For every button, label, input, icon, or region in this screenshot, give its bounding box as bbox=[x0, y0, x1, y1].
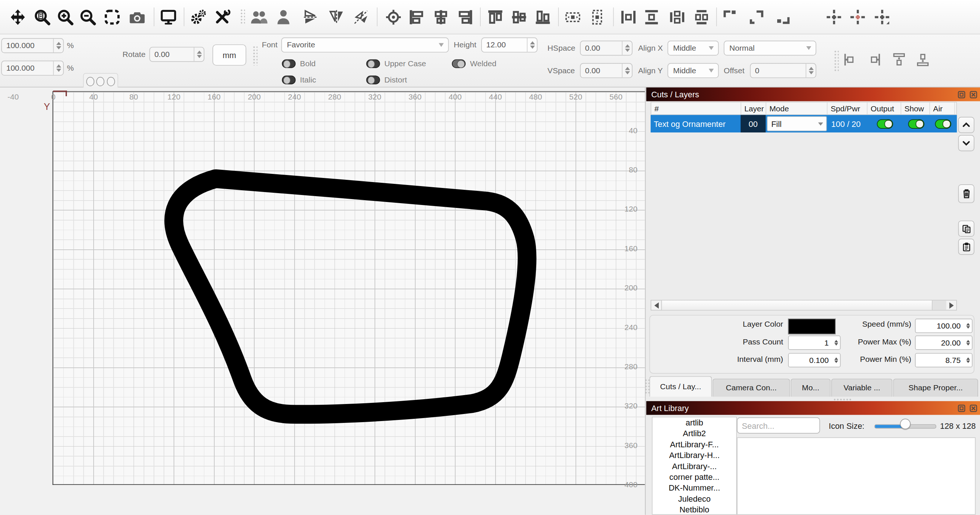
move-to-lower-right-icon[interactable] bbox=[772, 7, 792, 27]
column-header[interactable]: Mode bbox=[766, 102, 827, 114]
column-header[interactable]: Show bbox=[901, 102, 930, 114]
toolbar-drag-handle[interactable] bbox=[240, 9, 245, 25]
units-button[interactable]: mm bbox=[212, 45, 246, 65]
interval-field[interactable]: 0.100 bbox=[788, 353, 841, 367]
column-header[interactable]: Air bbox=[930, 102, 955, 114]
folder-item[interactable]: ArtLibrary-H... bbox=[652, 450, 736, 461]
folder-item[interactable]: ArtLibrary-... bbox=[652, 461, 736, 472]
tab-camera-con[interactable]: Camera Con... bbox=[713, 378, 790, 397]
settings-tools-icon[interactable] bbox=[212, 7, 232, 27]
column-header[interactable]: Output bbox=[867, 102, 901, 114]
move-laser-to-position-icon[interactable] bbox=[848, 7, 867, 27]
italic-toggle[interactable] bbox=[282, 75, 296, 84]
close-panel-icon[interactable] bbox=[969, 403, 978, 413]
spinner-arrows[interactable] bbox=[622, 41, 632, 55]
distribute-horizontal-icon[interactable] bbox=[563, 7, 582, 27]
layer-output-cell[interactable] bbox=[868, 115, 902, 132]
dock-bottom-icon[interactable] bbox=[913, 49, 932, 69]
layer-number-cell[interactable]: 00 bbox=[741, 115, 766, 132]
spinner-arrows[interactable] bbox=[194, 48, 204, 61]
scrollbar-thumb[interactable] bbox=[661, 300, 932, 310]
toolbar-drag-handle[interactable] bbox=[252, 46, 258, 65]
layer-row[interactable]: Text og Ornamenter 00 Fill 100 / 20 bbox=[651, 115, 957, 132]
align-top-icon[interactable] bbox=[485, 7, 505, 27]
layer-air-cell[interactable] bbox=[931, 115, 956, 132]
icon-size-slider-knob[interactable] bbox=[900, 418, 911, 429]
layers-hscrollbar[interactable] bbox=[651, 300, 957, 311]
layers-list-area[interactable] bbox=[651, 115, 957, 299]
distort-toggle[interactable] bbox=[366, 75, 380, 84]
column-header[interactable]: # bbox=[651, 102, 741, 114]
speed-field[interactable]: 100.00 bbox=[915, 318, 972, 333]
scrollbar-track[interactable] bbox=[932, 300, 946, 310]
scroll-left-icon[interactable] bbox=[651, 300, 661, 310]
cuts-layers-titlebar[interactable]: Cuts / Layers bbox=[646, 87, 980, 101]
dock-right-icon[interactable] bbox=[864, 49, 884, 69]
layer-color-swatch[interactable] bbox=[788, 318, 836, 334]
workspace-grid[interactable] bbox=[52, 91, 645, 485]
offset-spinner[interactable]: 0 bbox=[750, 63, 816, 78]
move-h-spacing-icon[interactable] bbox=[667, 7, 687, 27]
align-x-combo[interactable]: Middle bbox=[668, 41, 719, 56]
air-toggle[interactable] bbox=[935, 119, 951, 129]
align-left-icon[interactable] bbox=[406, 7, 426, 27]
toolbar-drag-handle[interactable] bbox=[834, 50, 839, 73]
layer-move-up-button[interactable] bbox=[958, 117, 974, 133]
font-combo[interactable]: Favorite bbox=[281, 37, 449, 52]
close-panel-icon[interactable] bbox=[969, 89, 978, 99]
tab-mo[interactable]: Mo... bbox=[791, 378, 830, 397]
frame-selection-icon[interactable] bbox=[102, 7, 122, 27]
layer-paste-button[interactable] bbox=[958, 238, 974, 255]
art-library-titlebar[interactable]: Art Library bbox=[646, 401, 980, 415]
move-to-upper-right-icon[interactable] bbox=[746, 7, 766, 27]
output-toggle[interactable] bbox=[877, 119, 893, 129]
move-v-spacing-icon[interactable] bbox=[691, 7, 711, 27]
group-icon[interactable] bbox=[249, 7, 269, 27]
mirror-across-line-icon[interactable] bbox=[350, 7, 371, 27]
hspace-spinner[interactable]: 0.00 bbox=[580, 41, 633, 56]
folder-item[interactable]: Juledeco bbox=[652, 494, 736, 504]
spinner-arrows[interactable] bbox=[806, 64, 816, 77]
flip-horizontal-icon[interactable] bbox=[326, 7, 347, 27]
align-bottom-icon[interactable] bbox=[533, 7, 552, 27]
move-to-upper-left-icon[interactable] bbox=[720, 7, 740, 27]
font-height-spinner[interactable]: 12.00 bbox=[481, 37, 538, 52]
folder-item[interactable]: DK-Nummer... bbox=[652, 482, 736, 493]
bold-toggle[interactable] bbox=[282, 59, 296, 68]
spinner-arrows[interactable] bbox=[53, 39, 63, 52]
pan-icon[interactable] bbox=[7, 7, 27, 27]
dock-left-icon[interactable] bbox=[840, 49, 860, 69]
column-header[interactable]: Layer bbox=[741, 102, 767, 114]
text-style-combo[interactable]: Normal bbox=[724, 41, 816, 56]
zoom-in-icon[interactable] bbox=[55, 7, 75, 27]
vspace-spinner[interactable]: 0.00 bbox=[580, 63, 633, 78]
column-header[interactable]: Spd/Pwr bbox=[827, 102, 867, 114]
equal-space-horizontal-icon[interactable] bbox=[618, 7, 638, 27]
layer-delete-button[interactable] bbox=[958, 184, 974, 203]
float-panel-icon[interactable] bbox=[957, 89, 966, 99]
folder-item[interactable]: artlib bbox=[652, 417, 736, 428]
art-library-search-input[interactable] bbox=[737, 417, 820, 434]
spinner-arrows[interactable] bbox=[527, 38, 537, 52]
move-to-center-icon[interactable] bbox=[824, 7, 844, 27]
tab-variable[interactable]: Variable ... bbox=[831, 378, 892, 397]
width-scale-spinner[interactable]: 100.000 bbox=[1, 38, 64, 53]
align-middle-vertical-icon[interactable] bbox=[509, 7, 529, 27]
height-scale-spinner[interactable]: 100.000 bbox=[1, 61, 64, 76]
ungroup-icon[interactable] bbox=[273, 7, 293, 27]
distribute-vertical-icon[interactable] bbox=[587, 7, 607, 27]
layer-mode-combo[interactable]: Fill bbox=[767, 116, 827, 131]
spinner-arrows[interactable] bbox=[53, 61, 63, 75]
tabbar-drag-handle[interactable] bbox=[644, 378, 649, 395]
flip-vertical-icon[interactable] bbox=[301, 7, 320, 27]
zoom-out-icon[interactable] bbox=[77, 7, 97, 27]
preview-icon[interactable] bbox=[158, 7, 178, 27]
camera-capture-icon[interactable] bbox=[127, 7, 147, 27]
upper-case-toggle[interactable] bbox=[366, 59, 380, 68]
move-to-finish-position-icon[interactable] bbox=[872, 7, 892, 27]
rotate-spinner[interactable]: 0.00 bbox=[150, 47, 205, 62]
layer-show-cell[interactable] bbox=[902, 115, 931, 132]
dock-top-icon[interactable] bbox=[889, 49, 908, 69]
device-settings-icon[interactable] bbox=[188, 7, 208, 27]
design-canvas[interactable]: -400408012016020024028032036040044048052… bbox=[0, 87, 645, 515]
